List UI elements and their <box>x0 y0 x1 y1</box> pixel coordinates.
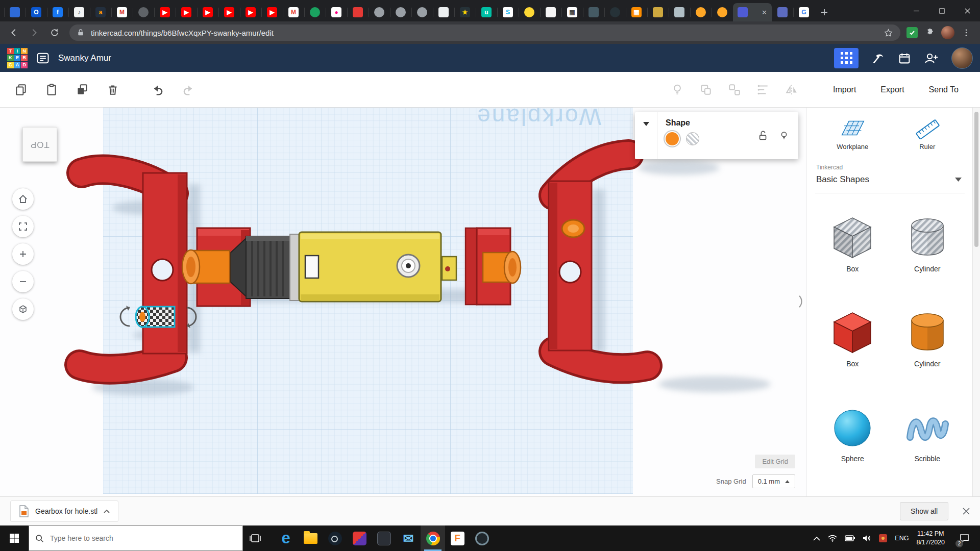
taskbar-app-app-1[interactable] <box>347 525 372 551</box>
panel-collapse-button[interactable] <box>635 112 657 159</box>
taskbar-app-chrome[interactable] <box>421 525 445 551</box>
mirror-icon[interactable] <box>785 83 798 96</box>
browser-tab[interactable]: ▦ <box>561 3 583 21</box>
window-maximize-button[interactable] <box>929 0 954 21</box>
extensions-button[interactable] <box>921 24 938 41</box>
browser-tab[interactable] <box>669 3 690 21</box>
browser-tab[interactable]: O <box>26 3 47 21</box>
workplane-tool[interactable]: Workplane <box>815 114 890 151</box>
paste-button[interactable] <box>40 78 63 102</box>
browser-tab[interactable] <box>369 3 390 21</box>
browser-tab[interactable] <box>583 3 604 21</box>
browser-tab[interactable]: ▶ <box>240 3 261 21</box>
start-button[interactable] <box>0 525 29 551</box>
color-swatch-orange[interactable] <box>666 132 679 145</box>
browser-tab[interactable]: ♪ <box>68 3 90 21</box>
browser-tab[interactable]: ▶ <box>261 3 283 21</box>
browser-tab[interactable] <box>690 3 712 21</box>
sidebar-scrollbar[interactable] <box>972 108 980 496</box>
browser-tab[interactable]: a <box>90 3 111 21</box>
taskbar-app-fusion[interactable]: F <box>445 525 470 551</box>
browser-tab[interactable]: u <box>476 3 497 21</box>
bookmark-star-icon[interactable] <box>884 28 893 38</box>
browser-tab[interactable]: ▦ <box>626 3 647 21</box>
undo-button[interactable] <box>146 78 169 102</box>
scrollbar-thumb[interactable] <box>974 112 978 247</box>
shape-tile-box[interactable]: Box <box>830 310 875 368</box>
dashboard-grid-button[interactable] <box>834 48 859 68</box>
view-cube[interactable]: TOP <box>22 127 57 162</box>
browser-tab[interactable]: M <box>283 3 304 21</box>
shape-tile-cylinder-hole[interactable]: Cylinder <box>905 215 950 273</box>
browser-tab-active[interactable]: ✕ <box>733 3 772 21</box>
browser-tab[interactable]: ▶ <box>218 3 240 21</box>
zoom-out-button[interactable] <box>12 271 34 292</box>
show-all-button[interactable]: Show all <box>900 502 948 520</box>
extension-adblock-icon[interactable] <box>906 27 918 38</box>
browser-tab[interactable]: ● <box>326 3 347 21</box>
battery-icon[interactable] <box>845 535 855 541</box>
volume-icon[interactable] <box>863 535 871 542</box>
search-input[interactable] <box>49 534 236 543</box>
download-item[interactable]: Gearbox for hole.stl <box>10 500 118 522</box>
home-view-button[interactable] <box>12 188 34 210</box>
browser-tab[interactable] <box>540 3 561 21</box>
shape-tile-scribble[interactable]: Scribble <box>905 405 950 463</box>
new-tab-button[interactable] <box>815 4 834 21</box>
browser-tab[interactable]: ▶ <box>197 3 218 21</box>
refresh-button[interactable] <box>46 24 63 41</box>
fit-view-button[interactable] <box>12 216 34 237</box>
browser-tab[interactable]: G <box>793 3 815 21</box>
browser-tab[interactable] <box>604 3 626 21</box>
design-canvas[interactable]: Workplane <box>0 108 806 496</box>
snap-grid-select[interactable]: 0.1 mm <box>752 474 795 488</box>
show-hidden-icon[interactable] <box>671 83 684 96</box>
gearbox-assembly[interactable] <box>182 228 521 306</box>
add-user-icon[interactable] <box>924 51 939 65</box>
ruler-tool[interactable]: Ruler <box>890 114 965 151</box>
browser-tab[interactable] <box>433 3 454 21</box>
taskbar-search[interactable] <box>29 525 243 551</box>
close-icon[interactable] <box>963 508 970 515</box>
tinkercad-logo[interactable]: TINKERCAD <box>7 48 28 68</box>
browser-profile-avatar[interactable] <box>941 26 954 39</box>
browser-tab[interactable] <box>411 3 433 21</box>
browser-tab[interactable]: f <box>47 3 68 21</box>
browser-tab[interactable]: S <box>497 3 519 21</box>
browser-tab[interactable] <box>347 3 369 21</box>
user-avatar[interactable] <box>951 47 973 69</box>
perspective-toggle-button[interactable] <box>12 298 34 320</box>
browser-tab[interactable] <box>304 3 326 21</box>
3d-scene[interactable]: Workplane <box>0 108 806 496</box>
taskbar-app-app-2[interactable] <box>372 525 396 551</box>
redo-button[interactable] <box>177 78 200 102</box>
window-minimize-button[interactable] <box>903 0 929 21</box>
clock[interactable]: 11:42 PM 8/17/2020 <box>916 530 945 547</box>
browser-tab[interactable] <box>647 3 669 21</box>
lightbulb-icon[interactable] <box>779 130 789 142</box>
taskbar-app-mail[interactable]: ✉ <box>396 525 421 551</box>
shape-category-dropdown[interactable]: Basic Shapes <box>815 174 965 193</box>
chevron-up-icon[interactable] <box>104 509 110 513</box>
browser-tab[interactable]: M <box>111 3 133 21</box>
tray-expand-icon[interactable] <box>813 536 820 541</box>
url-input[interactable] <box>90 28 878 38</box>
taskbar-app-file-explorer[interactable] <box>298 525 323 551</box>
back-button[interactable] <box>5 24 22 41</box>
unlock-icon[interactable] <box>757 130 769 142</box>
edit-grid-button[interactable]: Edit Grid <box>755 455 795 468</box>
forward-button[interactable] <box>26 24 43 41</box>
taskbar-app-steam[interactable] <box>323 525 347 551</box>
taskbar-app-edge[interactable]: e <box>274 525 298 551</box>
browser-tab[interactable]: ★ <box>454 3 476 21</box>
duplicate-button[interactable] <box>70 78 94 102</box>
browser-tab[interactable] <box>712 3 733 21</box>
tray-app-icon[interactable] <box>879 534 887 542</box>
browser-tab[interactable] <box>519 3 540 21</box>
browser-tab[interactable] <box>4 3 26 21</box>
wifi-icon[interactable] <box>828 535 837 542</box>
browser-tab[interactable] <box>133 3 154 21</box>
import-button[interactable]: Import <box>821 80 868 99</box>
material-swatch-striped[interactable] <box>686 132 699 145</box>
taskbar-app-camera-app[interactable] <box>470 525 494 551</box>
